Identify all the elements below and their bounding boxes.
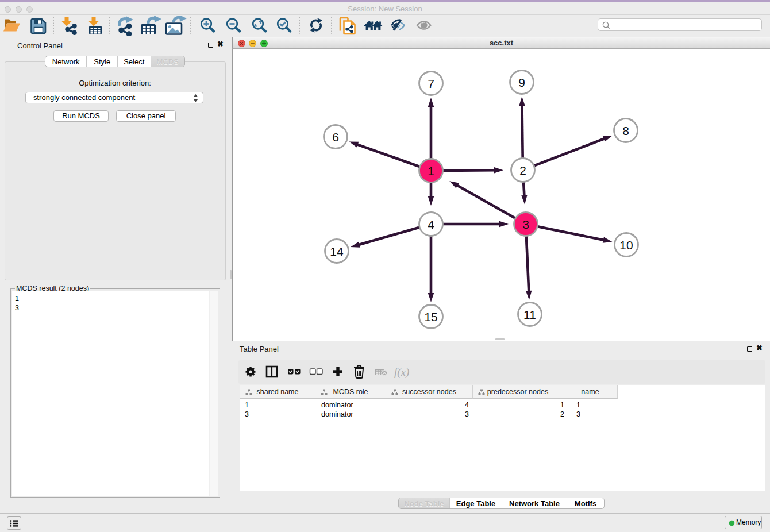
svg-text:15: 15 <box>424 310 437 323</box>
svg-text:9: 9 <box>518 76 525 89</box>
svg-text:2: 2 <box>519 164 526 177</box>
svg-text:10: 10 <box>619 238 633 252</box>
svg-text:8: 8 <box>622 124 629 137</box>
svg-text:1: 1 <box>428 164 434 178</box>
svg-text:3: 3 <box>522 218 529 231</box>
svg-text:7: 7 <box>428 77 434 90</box>
svg-text:14: 14 <box>330 245 344 258</box>
svg-text:f(x): f(x) <box>394 366 409 379</box>
svg-text:4: 4 <box>428 218 434 231</box>
svg-text:6: 6 <box>332 130 339 144</box>
svg-text:11: 11 <box>523 308 536 321</box>
